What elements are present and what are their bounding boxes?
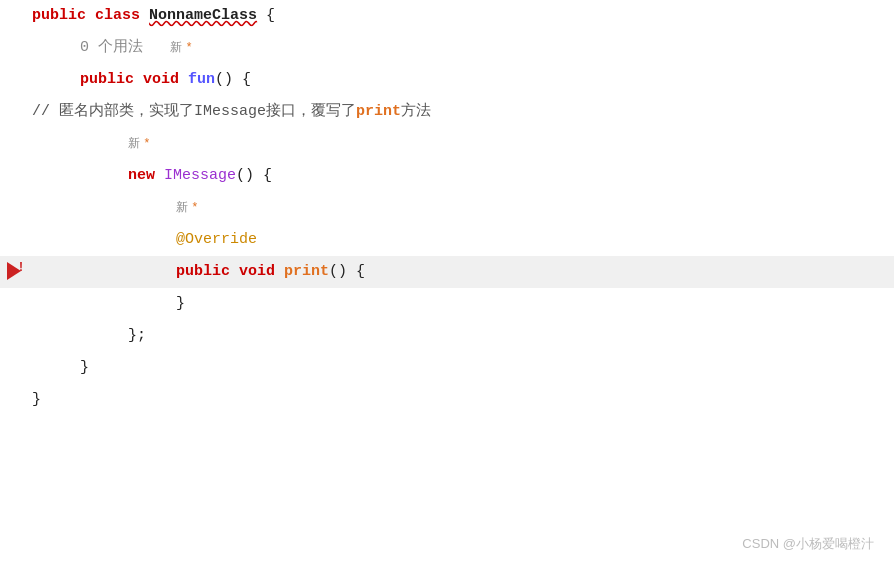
line-content-3: public void fun() { [32,68,894,92]
new-hint-2: 新 [128,136,143,150]
keyword-public-1: public [32,7,86,24]
code-line-3: public void fun() { [0,64,894,96]
line-content-11: }; [32,324,894,348]
line-content-1: public class NonnameClass { [32,4,894,28]
imessage-paren: () { [236,167,272,184]
code-line-5: 新 * [0,128,894,160]
line-content-12: } [32,356,894,380]
usage-hint-1: 0 个用法 [80,39,143,56]
brace-close-13: } [32,391,41,408]
method-print: print [284,263,329,280]
code-line-10: } [0,288,894,320]
line-content-2: 0 个用法 新 * [80,36,894,60]
code-line-9: public void print() { [0,256,894,288]
code-editor: public class NonnameClass { 0 个用法 新 * pu… [0,0,894,565]
star-hint-3: * [191,201,198,215]
method-fun: fun [188,71,215,88]
line-content-10: } [32,292,894,316]
keyword-public-9: public [176,263,230,280]
line-content-8: @Override [32,228,894,252]
code-line-12: } [0,352,894,384]
brace-open-1: { [266,7,275,24]
code-line-4: // 匿名内部类，实现了IMessage接口，覆写了print方法 [0,96,894,128]
comment-print: print [356,103,401,120]
line-content-9: public void print() { [32,260,894,284]
keyword-void-3: void [143,71,179,88]
line-content-7: 新 * [32,196,894,220]
code-line-7: 新 * [0,192,894,224]
star-hint-2: * [143,137,150,151]
code-line-2: 0 个用法 新 * [0,32,894,64]
gutter-9 [0,261,32,283]
breakpoint-arrow-icon [5,261,27,283]
star-hint-1: * [185,41,192,55]
keyword-public-3: public [80,71,134,88]
line-content-13: } [32,388,894,412]
code-line-8: @Override [0,224,894,256]
code-line-6: new IMessage() { [0,160,894,192]
code-line-13: } [0,384,894,416]
print-paren: () { [329,263,365,280]
keyword-new: new [128,167,155,184]
imessage-class: IMessage [164,167,236,184]
new-hint-3: 新 [176,200,191,214]
line-content-6: new IMessage() { [32,164,894,188]
keyword-void-9: void [239,263,275,280]
line-content-4: // 匿名内部类，实现了IMessage接口，覆写了print方法 [32,100,894,124]
keyword-class: class [95,7,140,24]
comment-text: // 匿名内部类，实现了IMessage接口，覆写了 [32,103,356,120]
code-line-1: public class NonnameClass { [0,0,894,32]
fun-paren: () { [215,71,251,88]
brace-semicolon-11: }; [128,327,146,344]
line-content-5: 新 * [32,132,894,156]
brace-close-10: } [176,295,185,312]
new-hint-1: 新 [170,40,185,54]
code-line-11: }; [0,320,894,352]
class-name: NonnameClass [149,7,257,24]
comment-suffix: 方法 [401,103,431,120]
override-annotation: @Override [176,231,257,248]
brace-close-12: } [80,359,89,376]
watermark-text: CSDN @小杨爱喝橙汁 [742,535,874,553]
